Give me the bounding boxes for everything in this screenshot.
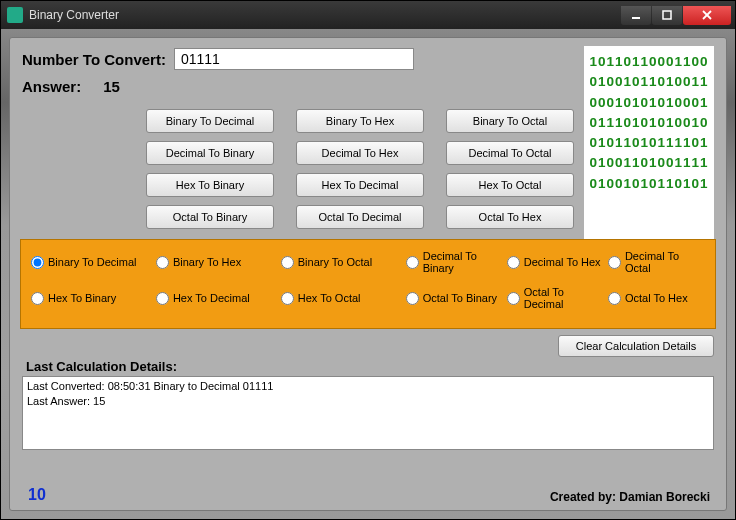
clear-row: Clear Calculation Details xyxy=(22,335,714,357)
convert-button[interactable]: Hex To Binary xyxy=(146,173,274,197)
convert-button[interactable]: Decimal To Binary xyxy=(146,141,274,165)
convert-button[interactable]: Octal To Binary xyxy=(146,205,274,229)
main-panel: Number To Convert: Answer: 15 Binary To … xyxy=(9,37,727,511)
radio-label: Hex To Octal xyxy=(298,292,361,304)
details-box: Last Converted: 08:50:31 Binary to Decim… xyxy=(22,376,714,450)
details-header: Last Calculation Details: xyxy=(22,359,714,374)
footer: 10 Created by: Damian Borecki xyxy=(22,482,714,504)
conversion-radio[interactable]: Octal To Decimal xyxy=(507,286,604,310)
conversion-radio[interactable]: Binary To Hex xyxy=(156,250,277,274)
radio-label: Octal To Decimal xyxy=(524,286,604,310)
top-left: Number To Convert: Answer: 15 Binary To … xyxy=(22,48,574,239)
conversion-radio[interactable]: Decimal To Octal xyxy=(608,250,705,274)
svg-rect-1 xyxy=(663,11,671,19)
convert-button[interactable]: Hex To Decimal xyxy=(296,173,424,197)
convert-button[interactable]: Decimal To Octal xyxy=(446,141,574,165)
radio-row-2: Hex To BinaryHex To DecimalHex To OctalO… xyxy=(31,286,705,310)
convert-button[interactable]: Octal To Decimal xyxy=(296,205,424,229)
radio-label: Octal To Hex xyxy=(625,292,688,304)
conversion-radio[interactable]: Octal To Hex xyxy=(608,286,705,310)
top-row: Number To Convert: Answer: 15 Binary To … xyxy=(22,48,714,239)
client-area: Number To Convert: Answer: 15 Binary To … xyxy=(1,29,735,519)
titlebar: Binary Converter xyxy=(1,1,735,29)
radio-label: Binary To Decimal xyxy=(48,256,136,268)
binary-art: 1011011000110001001011010011000101010100… xyxy=(584,46,714,239)
clear-calculation-button[interactable]: Clear Calculation Details xyxy=(558,335,714,357)
close-button[interactable] xyxy=(683,6,731,25)
answer-value: 15 xyxy=(103,78,120,95)
radio-row-1: Binary To DecimalBinary To HexBinary To … xyxy=(31,250,705,274)
app-icon xyxy=(7,7,23,23)
radio-label: Decimal To Octal xyxy=(625,250,705,274)
input-line: Number To Convert: xyxy=(22,48,574,70)
answer-label: Answer: xyxy=(22,78,81,95)
radio-label: Octal To Binary xyxy=(423,292,497,304)
convert-button[interactable]: Binary To Hex xyxy=(296,109,424,133)
answer-line: Answer: 15 xyxy=(22,78,574,95)
input-label: Number To Convert: xyxy=(22,51,166,68)
maximize-button[interactable] xyxy=(652,6,682,25)
window-title: Binary Converter xyxy=(29,8,621,22)
convert-button[interactable]: Decimal To Hex xyxy=(296,141,424,165)
svg-rect-0 xyxy=(632,17,640,19)
radio-label: Decimal To Binary xyxy=(423,250,503,274)
convert-button[interactable]: Hex To Octal xyxy=(446,173,574,197)
radio-label: Binary To Octal xyxy=(298,256,372,268)
window-controls xyxy=(621,6,731,25)
conversion-radio[interactable]: Octal To Binary xyxy=(406,286,503,310)
convert-button[interactable]: Octal To Hex xyxy=(446,205,574,229)
convert-button[interactable]: Binary To Octal xyxy=(446,109,574,133)
convert-button[interactable]: Binary To Decimal xyxy=(146,109,274,133)
radio-panel: Binary To DecimalBinary To HexBinary To … xyxy=(20,239,716,329)
number-input[interactable] xyxy=(174,48,414,70)
version-label: 10 xyxy=(22,486,46,504)
conversion-radio[interactable]: Hex To Octal xyxy=(281,286,402,310)
conversion-radio[interactable]: Decimal To Hex xyxy=(507,250,604,274)
credit-label: Created by: Damian Borecki xyxy=(550,490,714,504)
radio-label: Binary To Hex xyxy=(173,256,241,268)
conversion-radio[interactable]: Hex To Decimal xyxy=(156,286,277,310)
radio-label: Hex To Decimal xyxy=(173,292,250,304)
conversion-radio[interactable]: Binary To Octal xyxy=(281,250,402,274)
conversion-radio[interactable]: Binary To Decimal xyxy=(31,250,152,274)
conversion-radio[interactable]: Hex To Binary xyxy=(31,286,152,310)
conversion-radio[interactable]: Decimal To Binary xyxy=(406,250,503,274)
radio-label: Decimal To Hex xyxy=(524,256,601,268)
app-window: Binary Converter Number To Convert: Answ… xyxy=(0,0,736,520)
button-grid: Binary To DecimalBinary To HexBinary To … xyxy=(22,109,574,229)
radio-label: Hex To Binary xyxy=(48,292,116,304)
minimize-button[interactable] xyxy=(621,6,651,25)
